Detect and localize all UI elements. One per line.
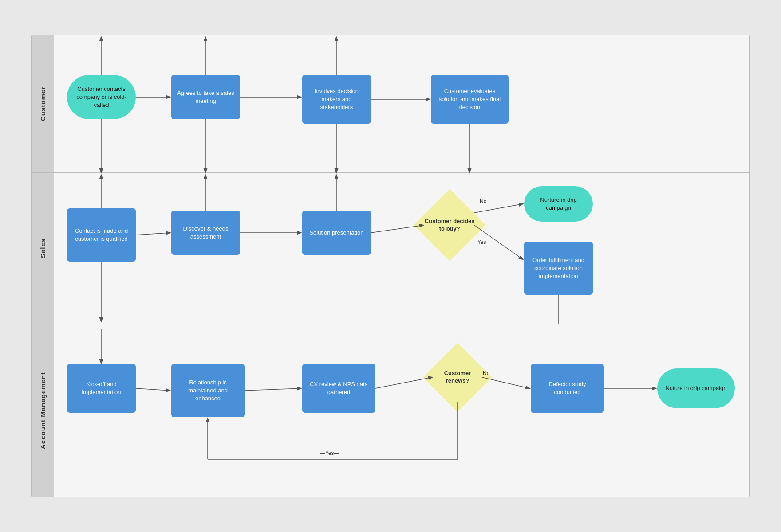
lane-content-sales: Contact is made and customer is qualifie…	[54, 173, 749, 324]
svg-line-10	[136, 233, 170, 235]
swimlane-customer: Customer Customer contacts company or is…	[32, 35, 749, 173]
lane-label-customer: Customer	[32, 35, 54, 172]
node-solution-presentation: Solution presentation	[302, 211, 371, 255]
yes-label1: Yes	[477, 239, 486, 245]
node-contact-qualified: Contact is made and customer is qualifie…	[67, 208, 136, 262]
diagram-wrapper: Customer Customer contacts company or is…	[31, 35, 750, 497]
lane-label-sales: Sales	[32, 173, 54, 324]
sales-arrows: No Yes	[54, 173, 749, 324]
svg-line-20	[136, 388, 170, 391]
node-customer-renews: Customer renews?	[423, 343, 492, 412]
svg-line-22	[375, 377, 432, 388]
account-arrows: No —Yes—	[54, 324, 749, 497]
node-discover-needs: Discover & needs assessment	[171, 211, 240, 255]
node-customer-decides: Customer decides to buy?	[414, 189, 486, 261]
lane-label-account: Account Management	[32, 324, 54, 497]
node-nurture-drip1: Nurture in drip campaign	[524, 186, 593, 222]
lane-content-account: Kick-off and implementation Relationship…	[54, 324, 749, 497]
swimlane-account: Account Management Kick-off and implemen…	[32, 324, 749, 497]
customer-arrows	[54, 35, 749, 172]
node-cx-review: CX review & NPS data gathered	[302, 364, 375, 413]
svg-line-14	[474, 225, 523, 259]
yes-label2: —Yes—	[320, 450, 339, 456]
no-label1: No	[480, 198, 487, 204]
node-customer-evaluates: Customer evaluates solution and makes fi…	[431, 75, 509, 124]
node-customer-contacts: Customer contacts company or is cold-cal…	[67, 75, 136, 119]
node-order-fulfillment: Order fulfillment and coordinate solutio…	[524, 242, 593, 295]
lane-content-customer: Customer contacts company or is cold-cal…	[54, 35, 749, 172]
svg-line-21	[245, 388, 301, 391]
svg-line-13	[474, 204, 523, 213]
node-kickoff: Kick-off and implementation	[67, 364, 136, 413]
swimlane-sales: Sales Contact is made and customer is qu…	[32, 173, 749, 324]
node-relationship: Relationship is maintained and enhanced	[171, 364, 245, 417]
node-nurture-drip2: Nuture in drip campaign	[657, 368, 735, 408]
node-agrees-meeting: Agrees to take a sales meeting	[171, 75, 240, 119]
node-involves-decision: Involves decision makers and stakeholder…	[302, 75, 371, 124]
node-defector-study: Defector study conducted	[531, 364, 604, 413]
